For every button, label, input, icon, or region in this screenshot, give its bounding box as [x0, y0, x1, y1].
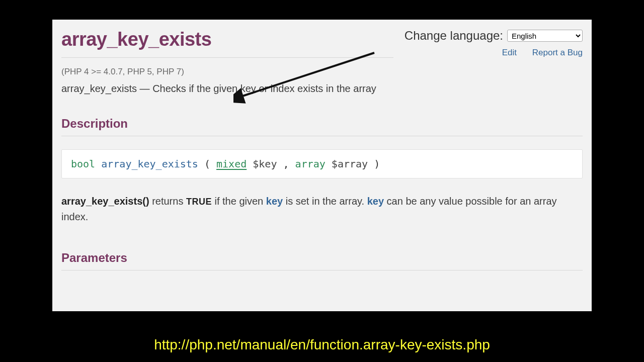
description-paragraph: array_key_exists() returns TRUE if the g… — [61, 194, 583, 225]
function-title: array_key_exists — [61, 29, 393, 57]
desc-t2: if the given — [212, 196, 266, 207]
section-parameters-heading: Parameters — [61, 251, 583, 270]
desc-kw-key-2: key — [367, 196, 384, 207]
edit-link[interactable]: Edit — [502, 48, 517, 57]
syn-comma: , — [283, 158, 295, 170]
desc-fn-ref: array_key_exists() — [61, 196, 149, 207]
syn-return-type: bool — [71, 158, 95, 170]
language-label: Change language: — [405, 29, 503, 43]
syn-p1-type: mixed — [216, 158, 247, 170]
syn-paren-close: ) — [374, 158, 380, 170]
syn-p2-type: array — [295, 158, 326, 170]
desc-t3: is set in the array. — [283, 196, 367, 207]
version-info: (PHP 4 >= 4.0.7, PHP 5, PHP 7) — [61, 67, 583, 77]
function-summary: array_key_exists — Checks if the given k… — [61, 83, 583, 95]
action-links: Edit Report a Bug — [405, 48, 583, 58]
syn-function-name: array_key_exists — [101, 158, 198, 170]
language-box: Change language: English Edit Report a B… — [405, 29, 583, 58]
function-synopsis: bool array_key_exists ( mixed $key , arr… — [61, 149, 583, 178]
desc-const-true: TRUE — [186, 197, 212, 207]
slide-caption-url: http://php.net/manual/en/function.array-… — [0, 337, 644, 353]
title-wrap: array_key_exists — [61, 29, 393, 58]
desc-t1: returns — [149, 196, 186, 207]
syn-paren-open: ( — [204, 158, 216, 170]
syn-p1-var: $key — [253, 158, 277, 170]
syn-p2-var: $array — [332, 158, 368, 170]
doc-page: array_key_exists Change language: Englis… — [52, 20, 592, 311]
desc-kw-key-1: key — [266, 196, 283, 207]
section-description-heading: Description — [61, 117, 583, 136]
header-row: array_key_exists Change language: Englis… — [61, 29, 583, 65]
language-select[interactable]: English — [507, 30, 583, 42]
report-bug-link[interactable]: Report a Bug — [532, 48, 583, 57]
